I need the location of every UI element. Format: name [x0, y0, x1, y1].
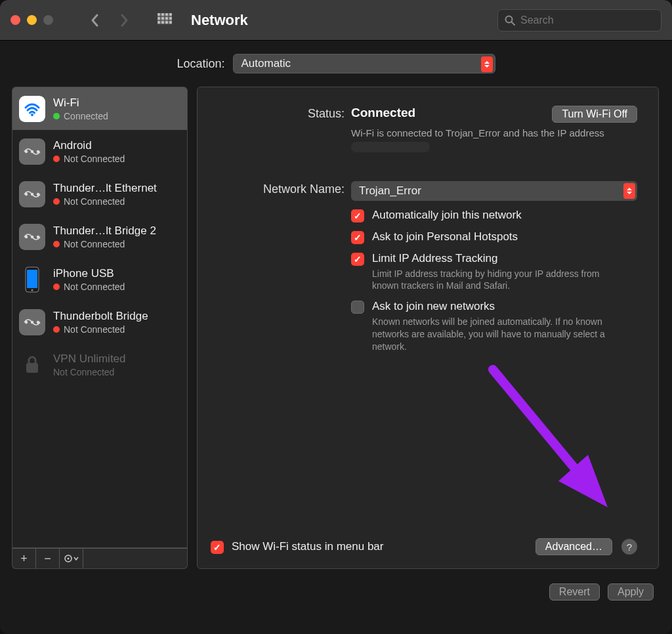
interface-status: Not Connected — [53, 367, 126, 377]
option-checkbox[interactable] — [351, 301, 364, 314]
option-row-2[interactable]: Limit IP Address TrackingLimit IP addres… — [351, 252, 637, 293]
window-controls — [10, 15, 53, 25]
interface-name: Android — [53, 139, 125, 152]
show-all-preferences-button[interactable] — [153, 9, 177, 32]
turn-wifi-off-button[interactable]: Turn Wi-Fi Off — [552, 106, 637, 123]
lock-icon — [19, 352, 45, 378]
status-value: Connected — [351, 106, 415, 120]
svg-line-33 — [493, 370, 588, 484]
svg-rect-25 — [27, 270, 37, 288]
interface-name: VPN Unlimited — [53, 352, 126, 366]
option-description: Limit IP address tracking by hiding your… — [372, 268, 621, 293]
interface-status: Not Connected — [53, 239, 156, 249]
svg-rect-11 — [169, 21, 172, 24]
revert-button[interactable]: Revert — [549, 583, 600, 601]
svg-rect-3 — [169, 13, 172, 16]
svg-rect-1 — [161, 13, 164, 16]
window-footer: Revert Apply — [0, 569, 672, 615]
option-label: Limit IP Address Tracking — [372, 252, 621, 265]
sidebar-item-thunder-lt-ethernet[interactable]: Thunder…lt EthernetNot Connected — [12, 173, 187, 215]
sidebar-item-thunder-lt-bridge-2[interactable]: Thunder…lt Bridge 2Not Connected — [12, 215, 187, 258]
interface-status: Not Connected — [53, 154, 125, 164]
eth-icon — [19, 224, 45, 250]
location-value: Automatic — [242, 57, 291, 70]
svg-point-14 — [31, 114, 33, 116]
interface-status: Not Connected — [53, 324, 148, 335]
svg-rect-4 — [158, 17, 160, 20]
detail-panel: Status: Connected Turn Wi-Fi Off Wi-Fi i… — [197, 87, 659, 569]
network-name-dropdown[interactable]: Trojan_Error — [351, 181, 637, 201]
svg-rect-6 — [165, 17, 168, 20]
svg-rect-5 — [161, 17, 164, 20]
option-label: Ask to join Personal Hotspots — [372, 230, 518, 243]
interface-actions-button[interactable] — [60, 549, 83, 568]
option-description: Known networks will be joined automatica… — [372, 316, 621, 353]
interface-status: Not Connected — [53, 282, 125, 292]
location-label: Location: — [177, 57, 224, 71]
remove-interface-button[interactable]: − — [36, 549, 60, 568]
option-label: Ask to join new networks — [372, 300, 621, 313]
interface-name: iPhone USB — [53, 267, 125, 280]
show-wifi-status-checkbox[interactable] — [211, 541, 224, 554]
search-field-container[interactable] — [497, 9, 662, 32]
option-checkbox[interactable] — [351, 231, 364, 244]
minimize-window-button[interactable] — [27, 15, 37, 25]
apply-button[interactable]: Apply — [608, 583, 654, 601]
svg-rect-30 — [26, 363, 38, 373]
dropdown-stepper-icon — [481, 56, 493, 72]
svg-rect-8 — [158, 21, 160, 24]
interface-sidebar: Wi-FiConnectedAndroidNot ConnectedThunde… — [12, 87, 188, 569]
advanced-button[interactable]: Advanced… — [536, 538, 612, 555]
zoom-window-button[interactable] — [43, 15, 53, 25]
add-interface-button[interactable]: + — [12, 549, 36, 568]
sidebar-item-iphone-usb[interactable]: iPhone USBNot Connected — [12, 258, 187, 301]
eth-icon — [19, 309, 45, 335]
annotation-arrow — [480, 356, 631, 520]
interface-name: Thunder…lt Bridge 2 — [53, 224, 156, 238]
svg-rect-9 — [161, 21, 164, 24]
svg-point-32 — [67, 558, 69, 560]
svg-rect-7 — [169, 17, 172, 20]
eth-icon — [19, 138, 45, 165]
option-row-3[interactable]: Ask to join new networksKnown networks w… — [351, 300, 637, 353]
svg-point-26 — [32, 289, 33, 291]
sidebar-item-wi-fi[interactable]: Wi-FiConnected — [12, 87, 187, 130]
svg-rect-10 — [165, 21, 168, 24]
option-label: Automatically join this network — [372, 209, 522, 222]
option-row-1[interactable]: Ask to join Personal Hotspots — [351, 230, 637, 244]
svg-rect-0 — [158, 13, 160, 16]
interface-status: Not Connected — [53, 196, 157, 207]
svg-marker-34 — [558, 455, 608, 507]
interface-name: Thunder…lt Ethernet — [53, 182, 157, 195]
titlebar: Network — [0, 0, 672, 41]
sidebar-footer: + − — [12, 548, 188, 569]
search-input[interactable] — [520, 14, 654, 26]
status-description: Wi-Fi is connected to Trojan_Error and h… — [351, 127, 607, 154]
status-label: Status: — [211, 106, 351, 154]
sidebar-item-thunderbolt-bridge[interactable]: Thunderbolt BridgeNot Connected — [12, 301, 187, 343]
location-dropdown[interactable]: Automatic — [233, 54, 495, 74]
interface-name: Thunderbolt Bridge — [53, 310, 148, 323]
back-button[interactable] — [83, 9, 107, 32]
show-wifi-status-row[interactable]: Show Wi-Fi status in menu bar — [211, 540, 383, 554]
wifi-icon — [19, 96, 45, 122]
gear-dropdown-icon — [64, 554, 79, 563]
network-name-label: Network Name: — [211, 181, 351, 361]
ip-address-redacted — [351, 142, 430, 152]
eth-icon — [19, 181, 45, 207]
svg-line-13 — [512, 22, 515, 25]
option-checkbox[interactable] — [351, 209, 364, 222]
dropdown-stepper-icon — [623, 183, 635, 199]
sidebar-item-android[interactable]: AndroidNot Connected — [12, 130, 187, 173]
close-window-button[interactable] — [10, 15, 20, 25]
search-icon — [505, 15, 515, 26]
help-button[interactable]: ? — [621, 539, 637, 555]
option-row-0[interactable]: Automatically join this network — [351, 209, 637, 222]
svg-rect-2 — [165, 13, 168, 16]
forward-button[interactable] — [112, 9, 136, 32]
network-name-value: Trojan_Error — [359, 184, 421, 198]
location-row: Location: Automatic — [0, 41, 672, 87]
sidebar-item-vpn-unlimited[interactable]: VPN UnlimitedNot Connected — [12, 343, 187, 386]
option-checkbox[interactable] — [351, 253, 364, 266]
interface-name: Wi-Fi — [53, 96, 108, 110]
